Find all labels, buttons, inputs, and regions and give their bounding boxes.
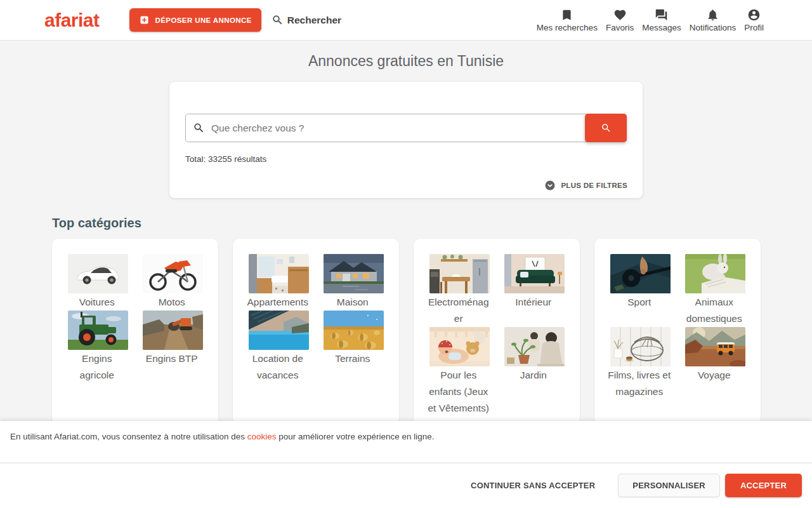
- category-tile-animaux-domestiques[interactable]: Animaux domestiques: [685, 254, 745, 327]
- nav-search-label: Rechercher: [287, 15, 341, 26]
- red-dirt-bike-photo: [143, 254, 203, 293]
- category-tile-films-livres-magazines[interactable]: Films, livres et magazines: [610, 327, 671, 400]
- search-submit-button[interactable]: [585, 114, 627, 142]
- wire-basket-photo: [610, 327, 671, 366]
- cookie-message-suffix: pour améliorer votre expérience en ligne…: [276, 432, 434, 441]
- navbar-user-menu: Mes recherches Favoris Messages Notifica…: [537, 8, 812, 32]
- orange-van-photo: [685, 327, 745, 366]
- search-input[interactable]: [185, 114, 627, 142]
- category-label: Engins agricole: [65, 351, 129, 384]
- cookie-actions: CONTINUER SANS ACCEPTER PERSONNALISER AC…: [0, 464, 812, 507]
- category-tile-jardin[interactable]: Jardin: [504, 327, 565, 417]
- rabbit-photo: [685, 254, 745, 293]
- search-panel: Total: 33255 résultats PLUS DE FILTRES: [169, 82, 643, 198]
- category-label: Intérieur: [502, 294, 565, 311]
- cookie-message-prefix: En utilisant Afariat.com, vous consentez…: [10, 432, 247, 441]
- main-content: Annonces gratuites en Tunisie Total: 332…: [0, 53, 812, 425]
- personalize-button[interactable]: PERSONNALISER: [618, 474, 720, 497]
- more-filters-label: PLUS DE FILTRES: [561, 182, 627, 189]
- green-sofa-photo: [504, 254, 565, 293]
- deposit-ad-button[interactable]: DÉPOSER UNE ANNONCE: [129, 8, 261, 32]
- person-circle-icon: [747, 8, 761, 22]
- top-categories-title: Top catégories: [52, 216, 761, 231]
- page-title: Annonces gratuites en Tunisie: [0, 53, 812, 70]
- nav-item-notifications[interactable]: Notifications: [690, 8, 737, 32]
- house-dusk-photo: [324, 254, 384, 293]
- more-filters-button[interactable]: PLUS DE FILTRES: [544, 180, 627, 191]
- nav-item-label: Profil: [744, 23, 764, 32]
- deposit-ad-label: DÉPOSER UNE ANNONCE: [155, 17, 252, 24]
- heart-icon: [613, 8, 627, 22]
- category-tile-sport[interactable]: Sport: [610, 254, 671, 327]
- category-label: Engins BTP: [140, 351, 204, 367]
- category-tile-engins-agricole[interactable]: Engins agricole: [68, 311, 128, 384]
- cookies-link[interactable]: cookies: [247, 432, 277, 441]
- category-label: Sport: [608, 294, 671, 311]
- top-navbar: afariat DÉPOSER UNE ANNONCE Rechercher M…: [0, 0, 812, 41]
- category-cards-row: Voitures Motos: [52, 239, 761, 425]
- category-tile-voitures[interactable]: Voitures: [68, 254, 128, 311]
- bell-icon: [706, 8, 719, 22]
- category-tile-location-vacances[interactable]: Location de vacances: [249, 311, 309, 384]
- category-tile-voyage[interactable]: Voyage: [685, 327, 745, 400]
- category-label: Maison: [321, 294, 384, 311]
- plus-square-icon: [139, 15, 150, 25]
- white-suv-photo: [68, 254, 128, 293]
- total-results: Total: 33255 résultats: [185, 154, 627, 164]
- nav-item-label: Messages: [642, 23, 681, 32]
- category-tile-appartements[interactable]: Appartements: [249, 254, 309, 311]
- gym-barbell-photo: [610, 254, 671, 293]
- hay-field-photo: [324, 311, 384, 350]
- green-tractor-photo: [68, 311, 128, 350]
- category-tile-pour-les-enfants[interactable]: Pour les enfants (Jeux et Vêtements): [429, 327, 490, 417]
- chevron-down-circle-icon: [544, 180, 556, 191]
- nav-item-label: Favoris: [606, 23, 634, 32]
- nav-item-mes-recherches[interactable]: Mes recherches: [537, 8, 598, 32]
- nav-item-label: Mes recherches: [537, 23, 598, 32]
- category-label: Jardin: [502, 367, 565, 384]
- category-label: Terrains: [321, 351, 384, 367]
- category-label: Animaux domestiques: [683, 294, 746, 327]
- category-card-maison-famille: Electroménager Intér: [414, 239, 580, 425]
- pool-villa-photo: [249, 311, 309, 350]
- cookie-message: En utilisant Afariat.com, vous consentez…: [0, 421, 812, 464]
- cookie-consent-banner: En utilisant Afariat.com, vous consentez…: [0, 421, 812, 508]
- chat-bubbles-icon: [655, 8, 668, 22]
- top-categories-section: Top catégories Voitures: [52, 216, 761, 425]
- category-label: Pour les enfants (Jeux et Vêtements): [427, 367, 490, 417]
- category-tile-terrains[interactable]: Terrains: [324, 311, 384, 384]
- nav-item-messages[interactable]: Messages: [642, 8, 681, 32]
- category-label: Location de vacances: [246, 351, 310, 384]
- baby-toys-photo: [429, 327, 490, 366]
- category-tile-interieur[interactable]: Intérieur: [504, 254, 565, 327]
- search-row: [185, 114, 627, 142]
- excavator-site-photo: [143, 311, 203, 350]
- apartment-interior-photo: [249, 254, 309, 293]
- category-tile-motos[interactable]: Motos: [143, 254, 203, 311]
- accept-button[interactable]: ACCEPTER: [725, 474, 802, 497]
- category-label: Films, livres et magazines: [608, 367, 671, 400]
- search-icon: [601, 123, 612, 133]
- brand-logo[interactable]: afariat: [44, 0, 100, 41]
- category-tile-electromenager[interactable]: Electroménager: [429, 254, 490, 327]
- bookmark-icon: [560, 8, 573, 22]
- category-card-vehicules: Voitures Motos: [52, 239, 218, 425]
- nav-item-label: Notifications: [690, 23, 737, 32]
- category-label: Voyage: [683, 367, 746, 384]
- category-card-immobilier: Appartements: [233, 239, 399, 425]
- category-label: Motos: [140, 294, 204, 311]
- nav-search-link[interactable]: Rechercher: [272, 14, 341, 26]
- kitchen-photo: [429, 254, 490, 293]
- category-label: Appartements: [246, 294, 310, 311]
- nav-item-favoris[interactable]: Favoris: [606, 8, 634, 32]
- continue-without-accepting-button[interactable]: CONTINUER SANS ACCEPTER: [467, 480, 599, 491]
- gardening-photo: [504, 327, 565, 366]
- category-tile-maison[interactable]: Maison: [324, 254, 384, 311]
- category-label: Electroménager: [427, 294, 490, 327]
- category-label: Voitures: [65, 294, 129, 311]
- search-icon: [272, 14, 284, 26]
- nav-item-profil[interactable]: Profil: [744, 8, 764, 32]
- category-card-loisirs: Sport Animaux domest: [594, 239, 761, 425]
- category-tile-engins-btp[interactable]: Engins BTP: [143, 311, 203, 384]
